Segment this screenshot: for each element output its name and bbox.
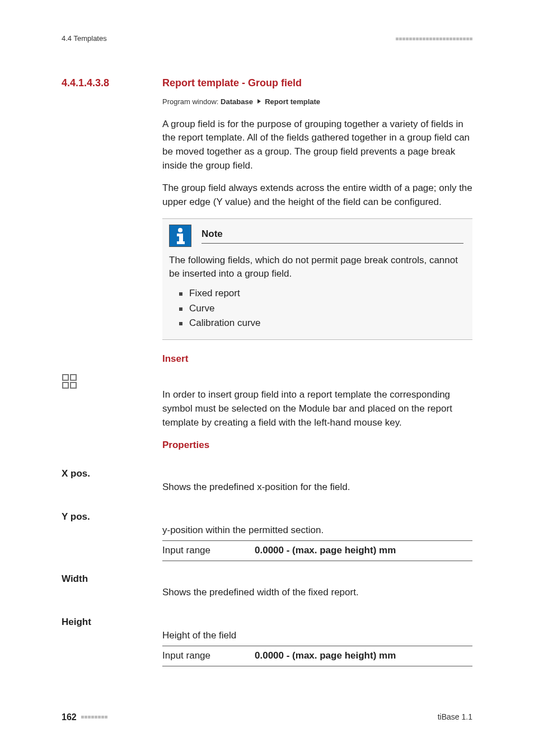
header-ornament — [396, 38, 472, 40]
note-list: Fixed report Curve Calibration curve — [169, 287, 463, 330]
xpos-label: X pos. — [62, 467, 162, 481]
svg-point-0 — [178, 228, 182, 232]
note-text: The following fields, which do not permi… — [169, 254, 463, 281]
program-window-part1: Database — [221, 97, 253, 106]
breadcrumb-separator-icon — [257, 99, 261, 104]
property-ypos: Y pos. y-position within the permitted s… — [62, 505, 472, 561]
property-height: Height Height of the field Input range 0… — [62, 610, 472, 666]
section-number: 4.4.1.4.3.8 — [62, 76, 162, 90]
ypos-range-row: Input range 0.0000 - (max. page height) … — [162, 540, 472, 561]
insert-heading: Insert — [162, 352, 472, 366]
insert-text: In order to insert group field into a re… — [162, 388, 472, 430]
ypos-text: y-position within the permitted section. — [162, 524, 472, 538]
footer: 162 tiBase 1.1 — [62, 711, 472, 724]
svg-rect-3 — [177, 241, 185, 244]
note-title: Note — [202, 228, 223, 239]
footer-ornament — [81, 716, 107, 718]
height-range-row: Input range 0.0000 - (max. page height) … — [162, 646, 472, 666]
program-window-line: Program window: Database Report template — [162, 97, 472, 108]
properties-heading: Properties — [162, 438, 472, 452]
height-range-value: 0.0000 - (max. page height) mm — [255, 649, 472, 663]
section-title: Report template - Group field — [162, 76, 302, 90]
height-label: Height — [62, 615, 162, 629]
group-field-icon — [62, 374, 77, 389]
program-window-part2: Report template — [265, 97, 320, 106]
list-item: Curve — [179, 302, 463, 316]
property-xpos: X pos. Shows the predefined x-position f… — [62, 461, 472, 499]
svg-rect-4 — [63, 375, 68, 380]
svg-rect-7 — [71, 382, 76, 388]
section-heading: 4.4.1.4.3.8 Report template - Group fiel… — [62, 76, 472, 90]
ypos-label: Y pos. — [62, 510, 162, 524]
svg-rect-5 — [71, 375, 76, 380]
ypos-range-value: 0.0000 - (max. page height) mm — [255, 544, 472, 558]
height-text: Height of the field — [162, 629, 472, 643]
ypos-range-label: Input range — [162, 544, 255, 558]
list-item: Calibration curve — [179, 316, 463, 330]
svg-rect-6 — [63, 382, 68, 388]
list-item: Fixed report — [179, 287, 463, 301]
header-left: 4.4 Templates — [62, 34, 107, 44]
program-window-label: Program window: — [162, 97, 218, 106]
width-label: Width — [62, 572, 162, 586]
svg-rect-2 — [179, 234, 183, 242]
note-box: Note The following fields, which do not … — [162, 218, 472, 340]
page-number: 162 — [62, 711, 77, 724]
paragraph-2: The group field always extends across th… — [162, 181, 472, 209]
xpos-text: Shows the predefined x-position for the … — [162, 480, 472, 494]
paragraph-1: A group field is for the purpose of grou… — [162, 118, 472, 173]
height-range-label: Input range — [162, 649, 255, 663]
footer-right: tiBase 1.1 — [438, 711, 472, 722]
running-header: 4.4 Templates — [62, 34, 472, 44]
property-width: Width Shows the predefined width of the … — [62, 567, 472, 604]
width-text: Shows the predefined width of the fixed … — [162, 586, 472, 600]
info-icon — [169, 225, 191, 247]
